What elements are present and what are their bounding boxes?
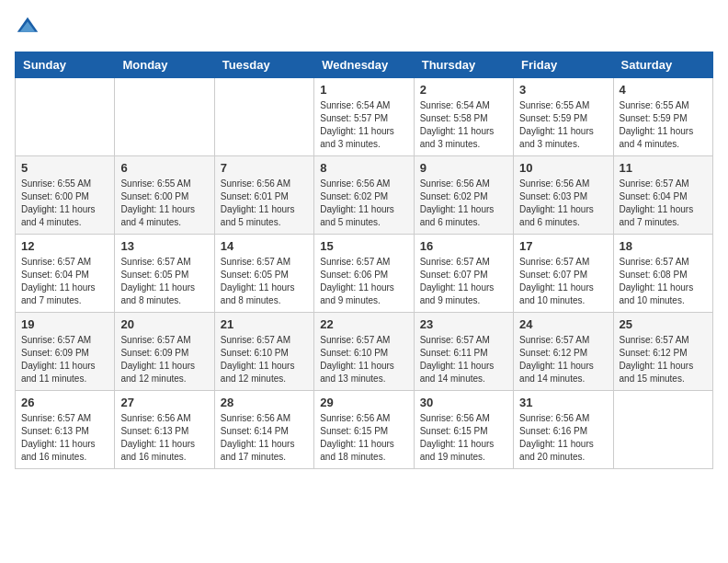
day-number: 27 <box>120 396 208 409</box>
calendar-day-23: 23Sunrise: 6:57 AM Sunset: 6:11 PM Dayli… <box>414 313 513 391</box>
calendar-day-17: 17Sunrise: 6:57 AM Sunset: 6:07 PM Dayli… <box>514 235 613 313</box>
calendar-day-7: 7Sunrise: 6:56 AM Sunset: 6:01 PM Daylig… <box>214 156 313 235</box>
day-number: 7 <box>221 161 308 175</box>
day-number: 5 <box>21 161 108 175</box>
day-number: 23 <box>420 317 507 331</box>
calendar-week-row: 19Sunrise: 6:57 AM Sunset: 6:09 PM Dayli… <box>16 313 713 391</box>
day-number: 4 <box>620 83 707 97</box>
day-number: 20 <box>120 317 208 331</box>
calendar-day-13: 13Sunrise: 6:57 AM Sunset: 6:05 PM Dayli… <box>115 235 214 313</box>
day-info: Sunrise: 6:57 AM Sunset: 6:10 PM Dayligh… <box>320 334 407 385</box>
calendar-day-4: 4Sunrise: 6:55 AM Sunset: 5:59 PM Daylig… <box>613 78 712 156</box>
day-number: 28 <box>221 396 308 409</box>
day-info: Sunrise: 6:56 AM Sunset: 6:01 PM Dayligh… <box>221 178 308 229</box>
day-info: Sunrise: 6:55 AM Sunset: 5:59 PM Dayligh… <box>519 99 607 151</box>
calendar-day-27: 27Sunrise: 6:56 AM Sunset: 6:13 PM Dayli… <box>115 391 214 469</box>
day-info: Sunrise: 6:57 AM Sunset: 6:07 PM Dayligh… <box>420 256 507 307</box>
calendar-day-20: 20Sunrise: 6:57 AM Sunset: 6:09 PM Dayli… <box>115 313 214 391</box>
day-info: Sunrise: 6:56 AM Sunset: 6:02 PM Dayligh… <box>420 178 507 229</box>
day-info: Sunrise: 6:57 AM Sunset: 6:07 PM Dayligh… <box>519 256 607 307</box>
day-number: 22 <box>320 317 407 331</box>
day-info: Sunrise: 6:57 AM Sunset: 6:09 PM Dayligh… <box>21 334 108 385</box>
day-number: 6 <box>120 161 208 175</box>
calendar-day-21: 21Sunrise: 6:57 AM Sunset: 6:10 PM Dayli… <box>214 313 313 391</box>
calendar-week-row: 26Sunrise: 6:57 AM Sunset: 6:13 PM Dayli… <box>16 391 713 469</box>
calendar-table: SundayMondayTuesdayWednesdayThursdayFrid… <box>15 52 713 469</box>
day-number: 12 <box>21 239 108 253</box>
calendar-day-29: 29Sunrise: 6:56 AM Sunset: 6:15 PM Dayli… <box>314 391 414 469</box>
calendar-day-5: 5Sunrise: 6:55 AM Sunset: 6:00 PM Daylig… <box>16 156 115 235</box>
day-number: 25 <box>620 317 707 331</box>
calendar-day-24: 24Sunrise: 6:57 AM Sunset: 6:12 PM Dayli… <box>514 313 613 391</box>
day-number: 26 <box>21 396 108 409</box>
day-number: 1 <box>320 83 407 97</box>
day-number: 3 <box>519 83 607 97</box>
day-info: Sunrise: 6:57 AM Sunset: 6:12 PM Dayligh… <box>620 334 707 385</box>
day-number: 19 <box>21 317 108 331</box>
day-number: 31 <box>519 396 607 409</box>
day-info: Sunrise: 6:54 AM Sunset: 5:58 PM Dayligh… <box>420 99 507 151</box>
day-info: Sunrise: 6:56 AM Sunset: 6:15 PM Dayligh… <box>320 412 407 464</box>
day-info: Sunrise: 6:57 AM Sunset: 6:06 PM Dayligh… <box>320 256 407 307</box>
day-info: Sunrise: 6:56 AM Sunset: 6:03 PM Dayligh… <box>519 178 607 229</box>
day-number: 2 <box>420 83 507 97</box>
calendar-day-19: 19Sunrise: 6:57 AM Sunset: 6:09 PM Dayli… <box>16 313 115 391</box>
calendar-empty-cell <box>16 78 115 156</box>
calendar-day-3: 3Sunrise: 6:55 AM Sunset: 5:59 PM Daylig… <box>514 78 613 156</box>
calendar-day-31: 31Sunrise: 6:56 AM Sunset: 6:16 PM Dayli… <box>514 391 613 469</box>
calendar-day-2: 2Sunrise: 6:54 AM Sunset: 5:58 PM Daylig… <box>414 78 513 156</box>
day-info: Sunrise: 6:57 AM Sunset: 6:04 PM Dayligh… <box>620 178 707 229</box>
page-header <box>15 15 713 40</box>
calendar-day-1: 1Sunrise: 6:54 AM Sunset: 5:57 PM Daylig… <box>314 78 414 156</box>
calendar-day-15: 15Sunrise: 6:57 AM Sunset: 6:06 PM Dayli… <box>314 235 414 313</box>
calendar-day-30: 30Sunrise: 6:56 AM Sunset: 6:15 PM Dayli… <box>414 391 513 469</box>
day-number: 8 <box>320 161 407 175</box>
calendar-day-10: 10Sunrise: 6:56 AM Sunset: 6:03 PM Dayli… <box>514 156 613 235</box>
calendar-header-monday: Monday <box>115 52 214 78</box>
day-info: Sunrise: 6:57 AM Sunset: 6:10 PM Dayligh… <box>221 334 308 385</box>
day-number: 9 <box>420 161 507 175</box>
day-info: Sunrise: 6:54 AM Sunset: 5:57 PM Dayligh… <box>320 99 407 151</box>
day-info: Sunrise: 6:57 AM Sunset: 6:05 PM Dayligh… <box>120 256 208 307</box>
calendar-header-thursday: Thursday <box>414 52 513 78</box>
calendar-day-6: 6Sunrise: 6:55 AM Sunset: 6:00 PM Daylig… <box>115 156 214 235</box>
day-number: 21 <box>221 317 308 331</box>
calendar-day-22: 22Sunrise: 6:57 AM Sunset: 6:10 PM Dayli… <box>314 313 414 391</box>
logo <box>15 15 44 40</box>
calendar-day-16: 16Sunrise: 6:57 AM Sunset: 6:07 PM Dayli… <box>414 235 513 313</box>
calendar-header-tuesday: Tuesday <box>214 52 313 78</box>
calendar-header-friday: Friday <box>514 52 613 78</box>
day-info: Sunrise: 6:55 AM Sunset: 6:00 PM Dayligh… <box>21 178 108 229</box>
calendar-week-row: 1Sunrise: 6:54 AM Sunset: 5:57 PM Daylig… <box>16 78 713 156</box>
day-info: Sunrise: 6:57 AM Sunset: 6:09 PM Dayligh… <box>120 334 208 385</box>
calendar-header-wednesday: Wednesday <box>314 52 414 78</box>
calendar-header-sunday: Sunday <box>16 52 115 78</box>
day-number: 10 <box>519 161 607 175</box>
calendar-day-18: 18Sunrise: 6:57 AM Sunset: 6:08 PM Dayli… <box>613 235 712 313</box>
day-info: Sunrise: 6:57 AM Sunset: 6:04 PM Dayligh… <box>21 256 108 307</box>
day-info: Sunrise: 6:55 AM Sunset: 6:00 PM Dayligh… <box>120 178 208 229</box>
day-number: 16 <box>420 239 507 253</box>
calendar-week-row: 5Sunrise: 6:55 AM Sunset: 6:00 PM Daylig… <box>16 156 713 235</box>
calendar-day-11: 11Sunrise: 6:57 AM Sunset: 6:04 PM Dayli… <box>613 156 712 235</box>
day-info: Sunrise: 6:56 AM Sunset: 6:15 PM Dayligh… <box>420 412 507 464</box>
calendar-empty-cell <box>613 391 712 469</box>
day-info: Sunrise: 6:57 AM Sunset: 6:11 PM Dayligh… <box>420 334 507 385</box>
calendar-day-26: 26Sunrise: 6:57 AM Sunset: 6:13 PM Dayli… <box>16 391 115 469</box>
day-info: Sunrise: 6:57 AM Sunset: 6:13 PM Dayligh… <box>21 412 108 464</box>
calendar-day-8: 8Sunrise: 6:56 AM Sunset: 6:02 PM Daylig… <box>314 156 414 235</box>
day-number: 18 <box>620 239 707 253</box>
calendar-week-row: 12Sunrise: 6:57 AM Sunset: 6:04 PM Dayli… <box>16 235 713 313</box>
calendar-day-28: 28Sunrise: 6:56 AM Sunset: 6:14 PM Dayli… <box>214 391 313 469</box>
calendar-empty-cell <box>214 78 313 156</box>
day-info: Sunrise: 6:57 AM Sunset: 6:08 PM Dayligh… <box>620 256 707 307</box>
day-number: 14 <box>221 239 308 253</box>
calendar-header-row: SundayMondayTuesdayWednesdayThursdayFrid… <box>16 52 713 78</box>
day-number: 29 <box>320 396 407 409</box>
day-number: 30 <box>420 396 507 409</box>
day-number: 13 <box>120 239 208 253</box>
day-number: 24 <box>519 317 607 331</box>
calendar-day-12: 12Sunrise: 6:57 AM Sunset: 6:04 PM Dayli… <box>16 235 115 313</box>
calendar-day-25: 25Sunrise: 6:57 AM Sunset: 6:12 PM Dayli… <box>613 313 712 391</box>
day-number: 15 <box>320 239 407 253</box>
